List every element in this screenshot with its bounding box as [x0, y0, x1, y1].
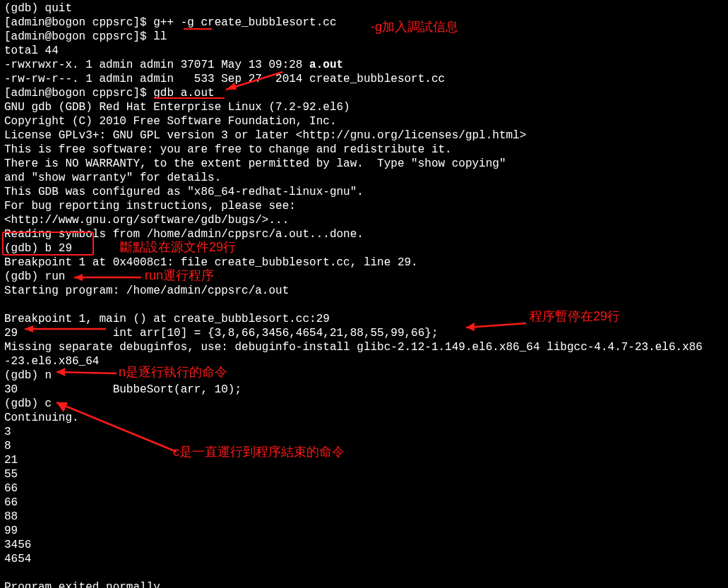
terminal-line: 3: [4, 425, 724, 439]
terminal-line: Reading symbols from /home/admin/cppsrc/…: [4, 227, 724, 241]
terminal-line: (gdb) c: [4, 397, 724, 411]
terminal-line: [admin@bogon cppsrc]$ g++ -g create_bubb…: [4, 16, 724, 30]
annotation-run: run運行程序: [145, 268, 214, 282]
terminal-text: -23.el6.x86_64: [4, 355, 99, 368]
terminal-text: a.out: [309, 59, 343, 71]
terminal-line: License GPLv3+: GNU GPL version 3 or lat…: [4, 128, 724, 143]
terminal-line: 21: [4, 453, 724, 467]
terminal-line: 30 BubbeSort(arr, 10);: [4, 383, 724, 397]
annotation-breakpoint29: 斷點設在源文件29行: [120, 240, 236, 254]
terminal-line: <http://www.gnu.org/software/gdb/bugs/>.…: [4, 213, 724, 227]
annotation-pause29: 程序暫停在29行: [530, 309, 620, 323]
terminal-line: total 44: [4, 44, 724, 58]
terminal-text: 66: [4, 482, 18, 495]
terminal-text: GNU gdb (GDB) Red Hat Enterprise Linux (…: [4, 101, 350, 114]
terminal-text: (gdb) b 29: [4, 242, 72, 255]
terminal-line: (gdb) run: [4, 270, 724, 284]
terminal-text: (gdb) run: [4, 270, 65, 283]
terminal-text: There is NO WARRANTY, to the extent perm…: [4, 157, 506, 170]
terminal-text: <http://www.gnu.org/software/gdb/bugs/>.…: [4, 214, 289, 227]
terminal-text: Breakpoint 1, main () at create_bubbleso…: [4, 313, 330, 325]
terminal-line: This is free software: you are free to c…: [4, 143, 724, 157]
terminal-text: 4654: [4, 553, 31, 565]
terminal-text: 30 BubbeSort(arr, 10);: [4, 383, 241, 396]
terminal-text: (gdb) n: [4, 369, 52, 382]
terminal-text: Missing separate debuginfos, use: debugi…: [4, 341, 703, 354]
terminal-text: 21: [4, 454, 18, 467]
terminal-text: -rwxrwxr-x. 1 admin admin 37071 May 13 0…: [4, 59, 309, 71]
terminal-line: Continuing.: [4, 411, 724, 425]
terminal-line: Starting program: /home/admin/cppsrc/a.o…: [4, 284, 724, 298]
annotation-n-cmd: n是逐行執行的命令: [119, 365, 227, 379]
annotation-g-flag: -g加入調試信息: [371, 20, 458, 34]
terminal-line: -rw-rw-r--. 1 admin admin 533 Sep 27 201…: [4, 72, 724, 86]
terminal-text: (gdb) c: [4, 397, 52, 410]
terminal-line: (gdb) b 29: [4, 241, 724, 256]
terminal-text: 3456: [4, 539, 31, 551]
terminal-text: Program exited normally.: [4, 581, 167, 588]
terminal-line: Program exited normally.: [4, 580, 724, 588]
terminal-line: Copyright (C) 2010 Free Software Foundat…: [4, 114, 724, 128]
terminal-line: GNU gdb (GDB) Red Hat Enterprise Linux (…: [4, 100, 724, 114]
terminal-text: 55: [4, 468, 18, 481]
terminal-line: [admin@bogon cppsrc]$ ll: [4, 30, 724, 44]
terminal-text: [4, 299, 11, 311]
terminal-text: 29 int arr[10] = {3,8,66,3456,4654,21,88…: [4, 327, 438, 340]
terminal-line: -rwxrwxr-x. 1 admin admin 37071 May 13 0…: [4, 58, 724, 72]
terminal-line: 55: [4, 467, 724, 481]
terminal-line: (gdb) n: [4, 368, 724, 383]
terminal-text: 66: [4, 496, 18, 509]
terminal-text: (gdb) quit: [4, 2, 72, 15]
terminal-line: This GDB was configured as "x86_64-redha…: [4, 185, 724, 199]
terminal-line: For bug reporting instructions, please s…: [4, 199, 724, 213]
terminal-text: Reading symbols from /home/admin/cppsrc/…: [4, 228, 364, 241]
terminal-line: 3456: [4, 538, 724, 552]
terminal-line: 66: [4, 496, 724, 510]
terminal-line: 4654: [4, 552, 724, 566]
terminal-text: [4, 567, 11, 580]
terminal-text: This GDB was configured as "x86_64-redha…: [4, 186, 364, 198]
terminal-text: Starting program: /home/admin/cppsrc/a.o…: [4, 284, 289, 297]
terminal-line: and "show warranty" for details.: [4, 171, 724, 185]
terminal-text: total 44: [4, 44, 59, 57]
terminal-text: [admin@bogon cppsrc]$ ll: [4, 30, 167, 43]
terminal-line: 99: [4, 524, 724, 538]
terminal-text: [admin@bogon cppsrc]$ gdb a.out: [4, 87, 215, 100]
terminal-line: Breakpoint 1 at 0x4008c1: file create_bu…: [4, 256, 724, 270]
terminal-line: (gdb) quit: [4, 1, 724, 16]
annotation-c-cmd: c是一直運行到程序結束的命令: [173, 445, 345, 459]
terminal-line: -23.el6.x86_64: [4, 354, 724, 368]
terminal-text: Continuing.: [4, 412, 79, 424]
terminal-line: 88: [4, 510, 724, 524]
terminal-line: [4, 566, 724, 580]
terminal-text: Copyright (C) 2010 Free Software Foundat…: [4, 115, 336, 128]
terminal-text: 88: [4, 510, 18, 523]
terminal-text: -rw-rw-r--. 1 admin admin 533 Sep 27 201…: [4, 73, 445, 85]
terminal-line: Missing separate debuginfos, use: debugi…: [4, 340, 724, 354]
terminal-text: 99: [4, 524, 18, 537]
terminal-line: 8: [4, 439, 724, 453]
terminal-text: 8: [4, 440, 11, 452]
terminal-text: License GPLv3+: GNU GPL version 3 or lat…: [4, 129, 526, 142]
terminal-text: Breakpoint 1 at 0x4008c1: file create_bu…: [4, 256, 418, 269]
terminal-line: [admin@bogon cppsrc]$ gdb a.out: [4, 86, 724, 100]
terminal-text: [admin@bogon cppsrc]$ g++ -g create_bubb…: [4, 16, 336, 29]
terminal-line: There is NO WARRANTY, to the extent perm…: [4, 157, 724, 171]
terminal-text: 3: [4, 426, 11, 438]
terminal-line: 66: [4, 481, 724, 496]
terminal-text: This is free software: you are free to c…: [4, 143, 452, 156]
terminal-output: (gdb) quit[admin@bogon cppsrc]$ g++ -g c…: [0, 0, 728, 588]
terminal-text: For bug reporting instructions, please s…: [4, 200, 296, 212]
terminal-text: and "show warranty" for details.: [4, 172, 221, 184]
terminal-line: 29 int arr[10] = {3,8,66,3456,4654,21,88…: [4, 326, 724, 340]
